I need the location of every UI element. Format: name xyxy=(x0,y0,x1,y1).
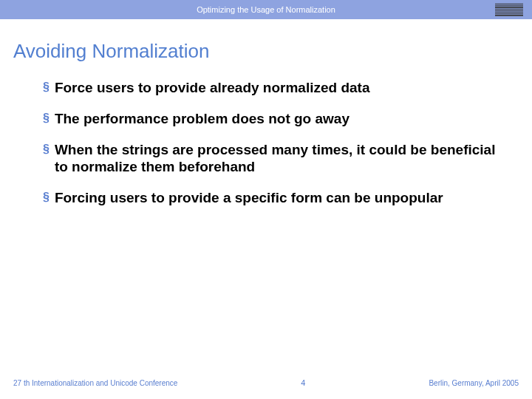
footer: 27 th Internationalization and Unicode C… xyxy=(0,372,532,399)
bullet-icon: § xyxy=(43,110,50,126)
bullet-icon: § xyxy=(43,141,50,157)
slide-title: Avoiding Normalization xyxy=(0,19,532,75)
content-area: § Force users to provide already normali… xyxy=(0,75,532,372)
header-title: Optimizing the Usage of Normalization xyxy=(197,5,335,14)
bullet-icon: § xyxy=(43,189,50,205)
header-bar: Optimizing the Usage of Normalization xyxy=(0,0,532,19)
list-item: § Forcing users to provide a specific fo… xyxy=(43,189,502,207)
bullet-text: Forcing users to provide a specific form… xyxy=(55,189,443,207)
bullet-text: When the strings are processed many time… xyxy=(55,141,502,177)
footer-right: Berlin, Germany, April 2005 xyxy=(429,379,519,387)
bullet-text: The performance problem does not go away xyxy=(55,110,349,128)
list-item: § When the strings are processed many ti… xyxy=(43,141,502,177)
list-item: § The performance problem does not go aw… xyxy=(43,110,502,128)
page-number: 4 xyxy=(301,378,305,387)
bullet-text: Force users to provide already normalize… xyxy=(55,79,370,97)
list-item: § Force users to provide already normali… xyxy=(43,79,502,97)
bullet-icon: § xyxy=(43,79,50,95)
ibm-logo xyxy=(495,4,523,16)
slide: Optimizing the Usage of Normalization Av… xyxy=(0,0,532,399)
footer-left: 27 th Internationalization and Unicode C… xyxy=(13,379,177,387)
